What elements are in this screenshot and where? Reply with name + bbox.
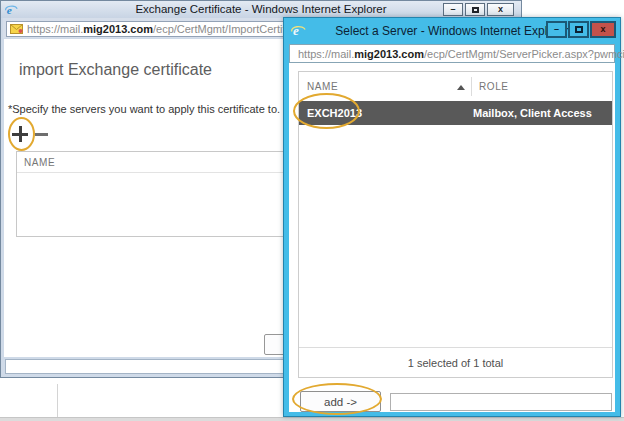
role-column-header[interactable]: ROLE: [479, 72, 509, 101]
window-controls: – x: [443, 3, 514, 16]
remove-server-minus-icon[interactable]: [35, 133, 48, 136]
envelope-favicon-icon: [10, 24, 23, 34]
maximize-icon: [575, 26, 583, 33]
sort-ascending-icon: [457, 85, 465, 90]
document-cell-border: [57, 384, 58, 417]
annotation-circle-server-name: [293, 93, 360, 129]
title-bar[interactable]: e Select a Server - Windows Internet Exp…: [284, 18, 620, 44]
maximize-button[interactable]: [568, 21, 589, 38]
close-button[interactable]: x: [590, 21, 616, 38]
window-controls: – x: [546, 21, 616, 38]
document-bottom-border: [0, 417, 624, 421]
address-input[interactable]: https://mail.mig2013.com/ecp/CertMgmt/Se…: [289, 44, 615, 63]
column-divider: [471, 77, 472, 96]
close-button[interactable]: x: [487, 3, 514, 16]
server-role-cell: Mailbox, Client Access: [473, 101, 592, 125]
selected-servers-field[interactable]: [390, 393, 612, 411]
minimize-button[interactable]: –: [546, 21, 567, 38]
maximize-icon: [472, 7, 479, 13]
selection-status: 1 selected of 1 total: [299, 347, 612, 377]
annotation-circle-plus-icon: [8, 117, 35, 151]
title-bar[interactable]: e Exchange Certificate - Windows Interne…: [1, 1, 521, 18]
annotation-circle-add-button: [292, 383, 382, 415]
minimize-button[interactable]: –: [443, 3, 463, 16]
maximize-button[interactable]: [465, 3, 485, 16]
page-title: import Exchange certificate: [19, 61, 212, 79]
url-text: https://mail.mig2013.com/ecp/CertMgmt/Se…: [298, 48, 624, 60]
select-a-server-window: e Select a Server - Windows Internet Exp…: [283, 17, 621, 417]
